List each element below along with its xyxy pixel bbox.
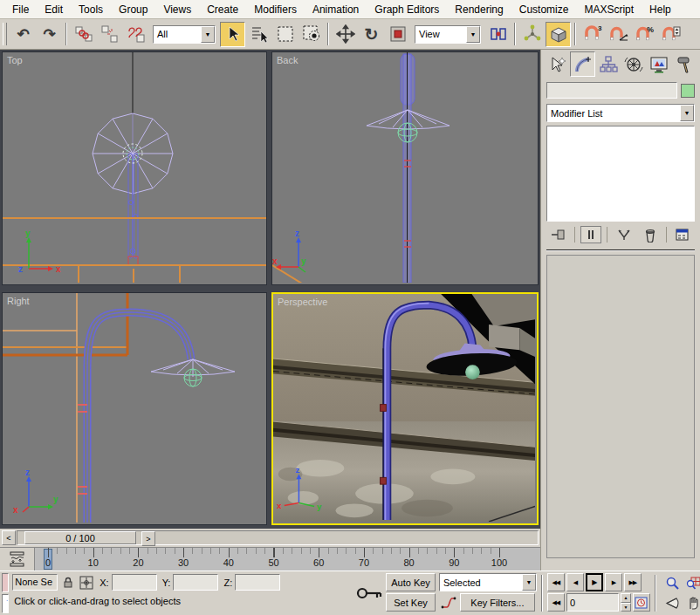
default-tangent-button[interactable] [439,593,458,612]
make-unique-button[interactable] [614,226,635,243]
window-crossing-toggle-button[interactable] [299,22,324,47]
zoom-button[interactable] [662,574,683,593]
key-filters-button[interactable]: Key Filters... [460,593,535,612]
show-end-result-button[interactable] [580,226,601,243]
angle-snap-toggle-button[interactable] [606,22,631,47]
auto-key-button[interactable]: Auto Key [386,573,436,591]
menu-maxscript[interactable]: MAXScript [577,1,641,18]
use-pivot-center-button[interactable] [485,22,511,47]
select-and-rotate-button[interactable]: ↻ [359,22,384,47]
chevron-down-icon[interactable]: ▼ [680,105,694,121]
unlink-button[interactable] [97,22,122,47]
menu-tools[interactable]: Tools [72,1,110,18]
play-button[interactable]: ▶ [586,573,603,591]
rectangular-selection-region-button[interactable] [272,22,298,47]
undo-button[interactable]: ↶ [10,22,36,47]
reference-coordinate-combo[interactable]: View ▼ [415,25,481,44]
selection-lock-toggle[interactable] [60,574,76,591]
viewport-perspective-label[interactable]: Perspective [278,297,327,307]
menu-edit[interactable]: Edit [38,1,70,18]
menu-modifiers[interactable]: Modifiers [247,1,304,18]
keyboard-shortcut-override-toggle[interactable] [546,22,571,47]
menu-help[interactable]: Help [642,1,678,18]
track-bar-ruler[interactable]: 0 10 20 30 40 50 60 70 80 90 100 [35,548,540,571]
key-mode-dropdown[interactable]: Selected ▼ [439,573,537,591]
snaps-toggle-button[interactable]: 3 [580,22,605,47]
set-keys-button[interactable] [356,573,382,613]
select-and-link-button[interactable] [71,22,96,47]
menu-views[interactable]: Views [156,1,198,18]
remove-modifier-button[interactable] [640,226,661,243]
select-and-manipulate-button[interactable] [519,22,545,47]
viewport-back[interactable]: Back [271,51,539,285]
modifier-list-dropdown[interactable]: Modifier List ▼ [546,104,695,122]
viewport-right-label[interactable]: Right [7,296,30,306]
absolute-offset-toggle[interactable] [79,574,94,591]
toolbar-grip[interactable] [3,23,7,45]
tab-create[interactable] [545,51,570,77]
chevron-down-icon[interactable]: ▼ [522,574,536,591]
bind-to-spacewarp-button[interactable] [123,22,148,47]
configure-modifier-sets-button[interactable] [672,226,693,243]
spinner-snap-toggle-button[interactable] [658,22,683,47]
previous-frame-button[interactable]: ◀ [566,573,584,591]
time-slider-track[interactable]: 0 / 100 > [17,530,539,545]
field-of-view-button[interactable] [662,594,683,613]
viewport-top-label[interactable]: Top [7,55,23,65]
go-to-end-button[interactable]: ▶▶ [624,573,642,591]
select-object-button[interactable] [220,22,245,47]
menu-customize[interactable]: Customize [512,1,576,18]
frame-spinner[interactable]: ▲ ▼ [621,593,631,612]
selection-filter-combo[interactable]: All ▼ [153,25,216,44]
pin-stack-button[interactable] [548,226,569,243]
pan-button[interactable] [683,594,700,613]
z-coordinate-field[interactable] [235,574,280,591]
tab-modify[interactable] [570,51,595,77]
tab-motion[interactable] [621,51,646,77]
unlink-icon [100,24,120,44]
time-slider-handle[interactable]: 0 / 100 [24,531,136,544]
select-and-scale-button[interactable] [385,22,410,47]
tab-utilities[interactable] [671,51,697,77]
select-and-move-button[interactable] [333,22,358,47]
chevron-down-icon[interactable]: ▼ [201,26,215,43]
chevron-down-icon[interactable]: ▼ [466,26,480,43]
viewport-top[interactable]: Top [2,51,267,285]
object-color-swatch[interactable] [681,84,695,98]
select-by-name-button[interactable] [246,22,271,47]
spinner-down-icon[interactable]: ▼ [621,603,631,612]
time-configuration-button[interactable] [633,593,650,612]
go-to-start-button[interactable]: ◀◀ [547,573,565,591]
listener-pane[interactable]: . [2,594,9,613]
macro-recorder-pane[interactable] [2,573,9,592]
mini-curve-editor-button[interactable] [0,548,35,571]
time-slider-prev-button[interactable]: < [2,530,16,545]
viewport-perspective[interactable]: Perspective [271,292,539,525]
next-frame-button[interactable]: ▶ [605,573,622,591]
menu-animation[interactable]: Animation [305,1,366,18]
menu-group[interactable]: Group [112,1,154,18]
key-mode-toggle-button[interactable]: ◀◀ [547,593,565,612]
x-coordinate-field[interactable] [112,574,157,591]
menu-create[interactable]: Create [200,1,245,18]
menu-file[interactable]: File [5,1,36,18]
viewport-back-label[interactable]: Back [277,55,298,65]
object-name-field[interactable] [546,82,677,99]
current-frame-field[interactable] [566,593,619,612]
tab-hierarchy[interactable] [595,51,621,77]
menu-rendering[interactable]: Rendering [448,1,510,18]
modifier-stack-list[interactable] [546,126,695,222]
ruler-scale: 0 10 20 30 40 50 60 70 80 90 100 [48,548,502,571]
percent-snap-toggle-button[interactable]: % [632,22,657,47]
set-key-button[interactable]: Set Key [386,593,436,612]
zoom-all-button[interactable] [683,574,700,593]
spinner-up-icon[interactable]: ▲ [621,593,631,603]
selection-count-field[interactable]: None Se [12,574,58,591]
viewport-right[interactable]: Right [2,292,267,525]
y-coordinate-field[interactable] [173,574,218,591]
time-slider-next-button[interactable]: > [141,531,155,546]
redo-button[interactable]: ↷ [37,22,62,47]
menu-graph-editors[interactable]: Graph Editors [367,1,446,18]
tab-display[interactable] [646,51,671,77]
rollout-area[interactable] [546,255,695,558]
